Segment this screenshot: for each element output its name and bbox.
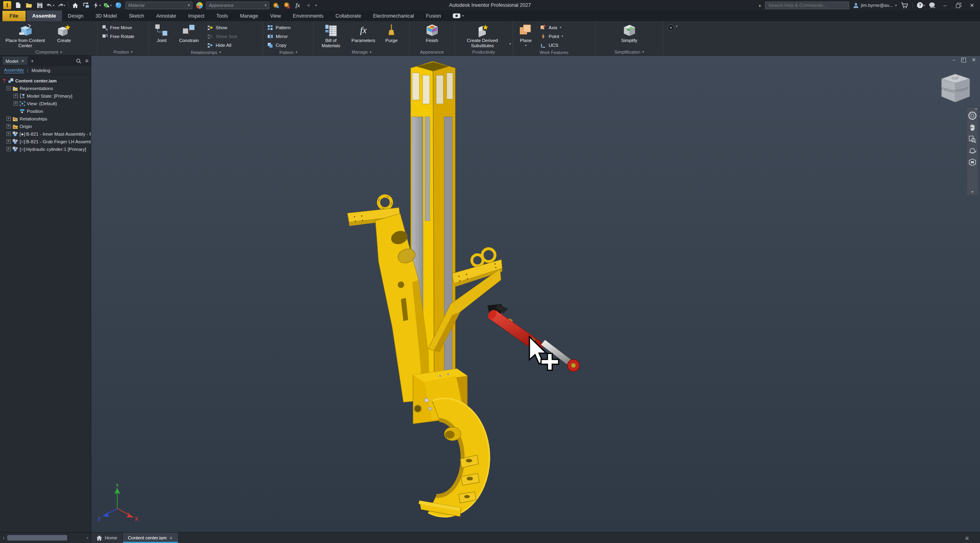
tree-item-root[interactable]: ? Content center.iam [0,77,91,84]
select-caret[interactable]: ▾ [110,4,112,7]
hydraulic-cylinder-part[interactable] [486,304,579,371]
cart-icon[interactable] [901,2,908,8]
feedback-icon[interactable] [929,2,936,8]
tab-electromechanical[interactable]: Electromechanical [367,10,420,21]
axis-button[interactable]: Axis▾ [538,23,565,32]
tree-item-relationships[interactable]: + Relationships [0,115,91,122]
plane-button[interactable]: Plane▾ [515,22,537,49]
clear-appearance-button[interactable] [283,1,291,9]
return-button[interactable] [82,1,90,9]
expand-expander-icon[interactable]: + [6,124,11,128]
browser-tab-model[interactable]: Model ✕ [2,57,28,65]
free-rotate-button[interactable]: Free Rotate [99,32,137,40]
inner-mast-assembly[interactable] [347,61,502,424]
expand-expander-icon[interactable]: + [6,132,11,136]
doc-close-button[interactable]: ✕ [972,57,976,63]
tab-sketch[interactable]: Sketch [123,10,150,21]
appearance-dropdown[interactable]: Appearance ▾ [206,2,269,9]
scroll-thumb[interactable] [7,535,67,541]
help-search-box[interactable] [765,2,849,9]
tree-item-view[interactable]: + View: (Default) [0,100,91,107]
component-group-label[interactable]: Component▾ [2,49,96,55]
bill-of-materials-button[interactable]: Bill of Materials [315,22,347,49]
doc-minimize-button[interactable]: – [953,57,956,63]
subtab-assembly[interactable]: Assembly [4,68,24,73]
expand-expander-icon[interactable]: + [6,139,11,144]
tab-3d-model[interactable]: 3D Model [90,10,123,21]
expand-expander-icon[interactable]: + [6,116,11,121]
pan-hand-icon[interactable] [968,124,976,132]
material-dropdown[interactable]: Material ▾ [125,2,192,9]
doc-restore-button[interactable] [961,58,966,62]
undo-button[interactable]: ▾ [46,1,54,9]
adjust-appearance-button[interactable] [272,1,280,9]
view-cube[interactable]: TOP FRONT RIGHT [934,70,975,107]
measure-caret[interactable]: ▾ [99,4,101,7]
redo-button[interactable]: ▾ [57,1,65,9]
parameters-button[interactable]: fx Parameters [347,22,379,44]
tree-item-hydraulic-cylinder[interactable]: + [○]:Hydraulic cylinder:1 [Primary] [0,145,91,153]
tab-annotate[interactable]: Annotate [150,10,182,21]
relationships-group-label[interactable]: Relationships▾ [150,49,261,55]
create-component-button[interactable]: Create [50,22,78,44]
derived-caret-icon[interactable]: ▾ [509,42,511,46]
position-group-label[interactable]: Position▾ [99,48,147,55]
ucs-button[interactable]: UCS [538,41,565,49]
point-button[interactable]: Point▾ [538,32,565,40]
add-qat-button[interactable]: + [305,1,313,9]
search-input[interactable] [768,3,846,8]
save-button[interactable] [36,1,44,9]
finish-button[interactable]: Finish [413,22,451,44]
navbar-close-icon[interactable]: ✕ [975,108,977,111]
navbar-more-icon[interactable]: ▾ [972,190,973,194]
tree-item-origin[interactable]: + Origin [0,122,91,130]
browser-search-icon[interactable] [76,58,81,64]
collapse-expander-icon[interactable]: − [6,86,11,90]
doc-tab-home[interactable]: Home [91,533,123,543]
quick-measure-button[interactable]: ▾ [93,1,101,9]
expand-expander-icon[interactable]: + [6,147,11,151]
account-menu[interactable]: jim.byrne@au... ▾ [853,2,897,8]
help-button[interactable]: ? ▾ [917,1,925,9]
pattern-group-label[interactable]: Pattern▾ [265,49,312,55]
select-button[interactable]: ▾ [104,1,112,9]
close-button[interactable]: ✕ [967,1,977,10]
place-from-content-center-button[interactable]: Place from Content Center [2,22,49,49]
tree-item-position[interactable]: Position [0,107,91,115]
browser-tab-close-icon[interactable]: ✕ [21,59,24,63]
constrain-button[interactable]: Constrain [174,22,204,44]
tab-environments[interactable]: Environments [287,10,329,21]
parameters-qat-button[interactable]: fx [294,1,302,9]
mirror-button[interactable]: Mirror [265,32,293,40]
search-expand-icon[interactable]: ▸ [759,3,761,8]
tab-file[interactable]: File [2,11,26,21]
hide-all-button[interactable]: Hide All [205,41,240,49]
look-at-icon[interactable] [968,158,976,166]
tab-collaborate[interactable]: Collaborate [329,10,367,21]
tab-inspect[interactable]: Inspect [182,10,210,21]
expand-expander-icon[interactable]: + [14,94,18,98]
tab-fusion[interactable]: Fusion [420,10,447,21]
undo-caret[interactable]: ▾ [53,4,54,7]
tree-item-grab-finger[interactable]: + [○]:B-821 - Grab Finger LH Assembly:1 [0,138,91,145]
appearance-wheel-button[interactable] [195,1,203,9]
manage-group-label[interactable]: Manage▾ [315,49,408,55]
doc-tab-content-center[interactable]: Content center.iam ✕ [123,533,178,543]
tree-item-inner-mast[interactable]: + [●]:B-821 - Inner Mast Assembly - Fron… [0,130,91,138]
simplify-button[interactable]: Simplify [611,22,647,44]
create-derived-substitutes-button[interactable]: Create Derived Substitutes [456,22,509,49]
tab-tools[interactable]: Tools [210,10,234,21]
inventor-logo-icon[interactable]: I [3,1,11,9]
browser-h-scrollbar[interactable]: ‹ › [0,533,91,543]
screencast-button[interactable]: ▾ [453,13,464,18]
expand-expander-icon[interactable]: + [14,101,18,106]
tree-item-representations[interactable]: − Representations [0,84,91,92]
scroll-left-button[interactable]: ‹ [1,535,6,541]
tab-manage[interactable]: Manage [234,10,264,21]
zoom-icon[interactable] [968,135,976,143]
tree-item-model-state[interactable]: + Model State: [Primary] [0,92,91,100]
home-button[interactable] [71,1,79,9]
ribbon-collapse-button[interactable]: ▾ ▾ [663,21,681,55]
navigation-wheel-icon[interactable] [968,111,977,120]
scroll-right-button[interactable]: › [85,535,90,541]
